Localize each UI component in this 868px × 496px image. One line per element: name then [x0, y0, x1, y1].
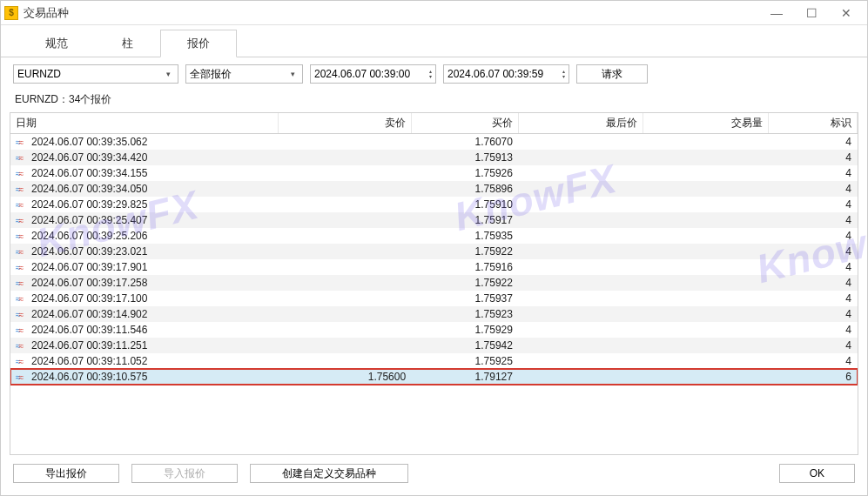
datetime-to-value: 2024.06.07 00:39:59 [447, 68, 543, 80]
table-row[interactable]: ≈≈2024.06.07 00:39:23.0211.759224 [10, 244, 858, 259]
tab-quote[interactable]: 报价 [160, 30, 237, 57]
cell-sell [278, 291, 412, 306]
tabs: 规范 柱 报价 [1, 25, 867, 57]
quotes-table[interactable]: 日期 卖价 买价 最后价 交易量 标识 ≈≈2024.06.07 00:39:3… [10, 112, 858, 455]
table-row[interactable]: ≈≈2024.06.07 00:39:11.0521.759254 [10, 353, 858, 369]
cell-last [518, 369, 643, 385]
table-row[interactable]: ≈≈2024.06.07 00:39:14.9021.759234 [10, 306, 858, 322]
cell-last [518, 244, 643, 259]
cell-sell [278, 212, 412, 228]
cell-sell [278, 228, 412, 244]
cell-sell [278, 150, 412, 165]
close-button[interactable]: ✕ [829, 3, 864, 23]
cell-flag: 4 [768, 228, 857, 244]
cell-date: 2024.06.07 00:39:11.052 [31, 355, 147, 367]
quote-icon: ≈≈ [16, 294, 28, 304]
cell-buy: 1.75929 [412, 322, 519, 338]
table-row[interactable]: ≈≈2024.06.07 00:39:34.1551.759264 [10, 165, 858, 181]
cell-date: 2024.06.07 00:39:35.062 [31, 136, 147, 148]
datetime-from-input[interactable]: 2024.06.07 00:39:00 ▴▾ [310, 64, 436, 84]
cell-buy: 1.76070 [412, 134, 519, 151]
cell-vol [643, 306, 768, 322]
request-button[interactable]: 请求 [576, 64, 648, 84]
quote-icon: ≈≈ [16, 278, 28, 288]
cell-vol [643, 212, 768, 228]
cell-last [518, 165, 643, 181]
cell-buy: 1.79127 [412, 369, 519, 385]
cell-flag: 4 [768, 306, 857, 322]
symbol-select[interactable]: EURNZD ▾ [13, 64, 178, 84]
col-buy[interactable]: 买价 [412, 113, 519, 134]
cell-sell [278, 181, 412, 197]
cell-buy: 1.75916 [412, 259, 519, 275]
quote-type-value: 全部报价 [190, 67, 232, 82]
quote-icon: ≈≈ [16, 200, 28, 210]
quote-type-select[interactable]: 全部报价 ▾ [185, 64, 303, 84]
table-row[interactable]: ≈≈2024.06.07 00:39:34.0501.758964 [10, 181, 858, 197]
quote-icon: ≈≈ [16, 169, 28, 178]
cell-last [518, 322, 643, 338]
quote-icon: ≈≈ [16, 153, 28, 163]
cell-flag: 4 [768, 150, 857, 165]
cell-date: 2024.06.07 00:39:14.902 [31, 308, 147, 320]
cell-flag: 4 [768, 291, 857, 306]
cell-last [518, 228, 643, 244]
col-volume[interactable]: 交易量 [643, 113, 768, 134]
minimize-button[interactable]: — [759, 3, 794, 23]
cell-date: 2024.06.07 00:39:23.021 [31, 245, 147, 258]
col-flag[interactable]: 标识 [768, 113, 857, 134]
quote-icon: ≈≈ [16, 231, 28, 241]
cell-date: 2024.06.07 00:39:25.407 [31, 214, 147, 226]
table-row[interactable]: ≈≈2024.06.07 00:39:25.4071.759174 [10, 212, 858, 228]
table-row[interactable]: ≈≈2024.06.07 00:39:11.2511.759424 [10, 338, 858, 353]
table-row[interactable]: ≈≈2024.06.07 00:39:29.8251.759104 [10, 197, 858, 212]
cell-sell [278, 134, 412, 151]
cell-buy: 1.75922 [412, 275, 519, 291]
cell-flag: 4 [768, 197, 857, 212]
table-row[interactable]: ≈≈2024.06.07 00:39:17.2581.759224 [10, 275, 858, 291]
col-last[interactable]: 最后价 [518, 113, 643, 134]
table-row[interactable]: ≈≈2024.06.07 00:39:35.0621.760704 [10, 134, 858, 151]
datetime-to-input[interactable]: 2024.06.07 00:39:59 ▴▾ [443, 64, 569, 84]
cell-last [518, 259, 643, 275]
cell-last [518, 306, 643, 322]
export-button[interactable]: 导出报价 [13, 464, 119, 483]
cell-date: 2024.06.07 00:39:34.050 [31, 183, 147, 195]
col-sell[interactable]: 卖价 [278, 113, 412, 134]
table-row[interactable]: ≈≈2024.06.07 00:39:17.1001.759374 [10, 291, 858, 306]
quote-icon: ≈≈ [16, 372, 28, 382]
table-row[interactable]: ≈≈2024.06.07 00:39:25.2061.759354 [10, 228, 858, 244]
cell-vol [643, 369, 768, 385]
cell-vol [643, 353, 768, 369]
cell-vol [643, 181, 768, 197]
create-custom-button[interactable]: 创建自定义交易品种 [250, 464, 408, 483]
cell-date: 2024.06.07 00:39:25.206 [31, 230, 147, 242]
tab-bar[interactable]: 柱 [95, 30, 160, 57]
maximize-button[interactable]: ☐ [794, 3, 829, 23]
cell-vol [643, 197, 768, 212]
cell-last [518, 291, 643, 306]
cell-flag: 4 [768, 181, 857, 197]
cell-vol [643, 259, 768, 275]
table-row[interactable]: ≈≈2024.06.07 00:39:10.5751.756001.791276 [10, 369, 858, 385]
cell-date: 2024.06.07 00:39:10.575 [31, 371, 147, 383]
table-row[interactable]: ≈≈2024.06.07 00:39:11.5461.759294 [10, 322, 858, 338]
cell-sell [278, 306, 412, 322]
cell-flag: 4 [768, 212, 857, 228]
cell-flag: 4 [768, 353, 857, 369]
cell-last [518, 353, 643, 369]
ok-button[interactable]: OK [779, 464, 855, 483]
table-row[interactable]: ≈≈2024.06.07 00:39:17.9011.759164 [10, 259, 858, 275]
filter-bar: EURNZD ▾ 全部报价 ▾ 2024.06.07 00:39:00 ▴▾ 2… [1, 57, 867, 90]
cell-vol [643, 291, 768, 306]
window-title: 交易品种 [24, 5, 759, 21]
import-button[interactable]: 导入报价 [131, 464, 238, 483]
table-row[interactable]: ≈≈2024.06.07 00:39:34.4201.759134 [10, 150, 858, 165]
cell-flag: 4 [768, 134, 857, 151]
cell-buy: 1.75925 [412, 353, 519, 369]
quote-icon: ≈≈ [16, 137, 28, 147]
col-date[interactable]: 日期 [10, 113, 278, 134]
cell-last [518, 150, 643, 165]
tab-spec[interactable]: 规范 [18, 30, 95, 57]
cell-vol [643, 150, 768, 165]
